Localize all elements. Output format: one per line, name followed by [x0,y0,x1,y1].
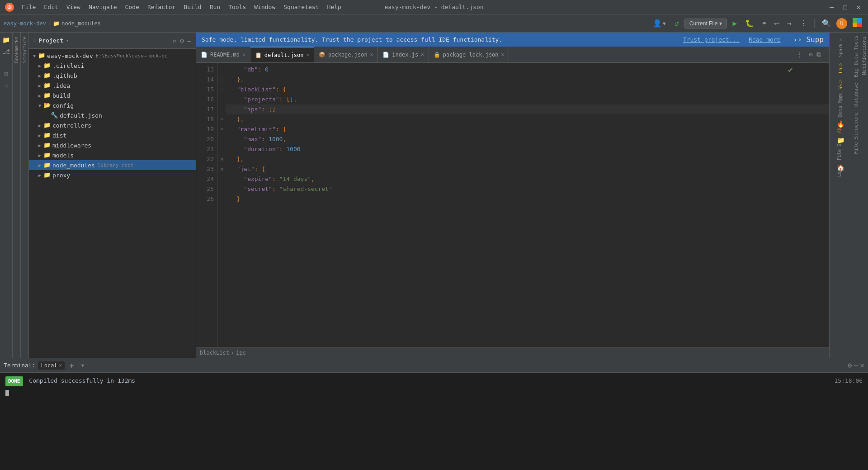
tree-dist[interactable]: ▶ 📁 dist [29,130,196,140]
back-nav-icon[interactable]: ⟵ [772,17,782,29]
terminal-settings-icon[interactable]: ⚙ [848,361,852,370]
coverage-icon[interactable]: ☂ [760,17,769,29]
fold-14[interactable]: ⊟ [218,75,226,85]
menu-file[interactable]: File [18,3,39,11]
tab-index-js[interactable]: 📄 index.js ✕ [378,47,429,62]
tree-github[interactable]: ▶ 📁 .github [29,71,196,81]
tab-minimize-icon[interactable]: — [824,50,829,59]
color-picker-icon[interactable] [850,16,864,31]
collapse-all-icon[interactable]: ⇈ [172,36,177,45]
tree-config[interactable]: ▼ 📂 config [29,100,196,110]
todo-icon[interactable]: ☑ [1,68,12,79]
tree-idea[interactable]: ▶ 📁 .idea [29,81,196,90]
avatar-icon[interactable]: U [836,18,847,29]
tab-readme[interactable]: 📄 README.md ✕ [196,47,250,62]
project-dropdown-arrow[interactable]: ▾ [66,38,69,43]
lo-item2[interactable]: 🏠 Lo [837,164,844,177]
structure-label[interactable]: Structure [21,33,28,67]
breadcrumb-project[interactable]: easy-mock-dev [4,20,46,27]
default-json-tab-label: default.json [264,52,304,58]
notifications-label[interactable]: Notifications [860,33,868,79]
breadcrumb-folder[interactable]: 📁 node_modules [53,20,101,27]
close-button[interactable]: ✕ [854,3,863,11]
spark-item[interactable]: ⚡ Spark [838,36,843,57]
terminal-add-icon[interactable]: + [67,361,76,370]
fold-19[interactable]: ⊟ [218,124,226,134]
code-editor[interactable]: 13 14 15 16 17 18 19 20 21 22 23 24 25 2… [196,63,829,347]
breadcrumb-part1[interactable]: blackList [200,350,229,356]
tree-default-json[interactable]: 🔧 default.json [29,110,196,120]
banner-close-icon[interactable]: ›› Supp [793,35,824,44]
current-file-button[interactable]: Current File ▾ [684,19,727,28]
big-data-tools-label[interactable]: Big Data Tools [852,33,860,80]
package-json-tab-close[interactable]: ✕ [370,52,373,57]
menu-run[interactable]: Run [206,3,224,11]
debug-icon[interactable]: 🐛 [742,17,757,29]
menu-view[interactable]: View [63,3,84,11]
more-icon[interactable]: ⋮ [797,17,810,29]
menu-navigate[interactable]: Navigate [85,3,121,11]
tab-split-icon[interactable]: ⧉ [816,50,822,59]
data-m-item[interactable]: 🗄 Data M [838,93,844,117]
ss-item[interactable]: ☆ SS [838,77,843,90]
terminal-local-tab[interactable]: Local ✕ [38,361,65,370]
project-icon[interactable]: 📁 [1,34,12,45]
commit-icon[interactable]: ⎇ [1,46,12,57]
forward-nav-icon[interactable]: → [784,17,794,29]
menu-refactor[interactable]: Refactor [144,3,179,11]
breadcrumb-separator: › [48,20,51,27]
fold-18[interactable]: ⊟ [218,114,226,124]
tree-proxy[interactable]: ▶ 📁 proxy [29,170,196,180]
breadcrumb-part2[interactable]: ips [236,350,246,356]
tab-default-json[interactable]: 📋 default.json ✕ [250,47,314,62]
trust-project-link[interactable]: Trust project... [683,36,740,43]
menu-edit[interactable]: Edit [40,3,61,11]
tree-models[interactable]: ▶ 📁 models [29,150,196,160]
problems-icon[interactable]: ⚠ [1,80,12,90]
tree-build[interactable]: ▶ 📁 build [29,90,196,100]
run-icon[interactable]: ▶ [730,17,740,29]
tree-circleci[interactable]: ▶ 📁 .circleci [29,61,196,71]
tab-package-json[interactable]: 📦 package.json ✕ [314,47,378,62]
package-lock-tab-close[interactable]: ✕ [501,52,505,57]
tree-middlewares[interactable]: ▶ 📁 middlewares [29,140,196,150]
file-s-item[interactable]: 📁 File S [837,137,844,160]
code-content[interactable]: "db": 0 }, "blackList": { "projects": []… [226,63,829,347]
default-json-tab-close[interactable]: ✕ [306,52,309,58]
menu-tools[interactable]: Tools [225,3,250,11]
lo-item1[interactable]: ☆ Lo [838,61,843,73]
tree-node-modules[interactable]: ▶ 📁 node_modules library root [29,160,196,170]
menu-window[interactable]: Window [250,3,279,11]
terminal-minimize-icon[interactable]: — [854,361,859,370]
tab-settings-icon[interactable]: ⚙ [808,50,813,59]
search-icon[interactable]: 🔍 [819,17,834,29]
tab-more-button[interactable]: ⋮ [793,51,806,58]
index-js-tab-close[interactable]: ✕ [421,52,424,57]
ak-item[interactable]: 🔥 Ak [837,120,844,133]
file-structure-label[interactable]: File Structure [852,109,860,157]
terminal-tab-close-icon[interactable]: ✕ [59,362,62,368]
tab-package-lock-json[interactable]: 🔒 package-lock.json ✕ [429,47,509,62]
minimize-button[interactable]: — [827,3,837,11]
tree-root[interactable]: ▼ 📁 easy-mock-dev E:\EasyMock\easy-mock-… [29,51,196,61]
back-icon[interactable]: ↺ [672,17,682,29]
tree-controllers[interactable]: ▶ 📁 controllers [29,120,196,130]
menu-build[interactable]: Build [180,3,205,11]
database-label[interactable]: Database [852,80,860,109]
hide-panel-icon[interactable]: — [187,36,192,45]
menu-squaretest[interactable]: Squaretest [280,3,322,11]
fold-22[interactable]: ⊟ [218,154,226,164]
fold-15[interactable]: ⊟ [218,85,226,95]
readme-tab-close[interactable]: ✕ [242,52,245,57]
menu-code[interactable]: Code [122,3,143,11]
terminal-dropdown-icon[interactable]: ▾ [79,361,87,370]
people-icon[interactable]: 👤▾ [650,17,669,29]
read-more-link[interactable]: Read more [749,36,780,43]
bookmarks-label[interactable]: Bookmarks [13,33,20,67]
fold-23[interactable]: ⊟ [218,164,226,174]
settings-icon[interactable]: ⚙ [179,36,184,45]
terminal-body[interactable]: DONE Compiled successfully in 132ms 15:1… [0,373,868,470]
maximize-button[interactable]: ❐ [840,3,850,11]
menu-help[interactable]: Help [324,3,345,11]
terminal-hide-icon[interactable]: ✕ [860,361,864,370]
